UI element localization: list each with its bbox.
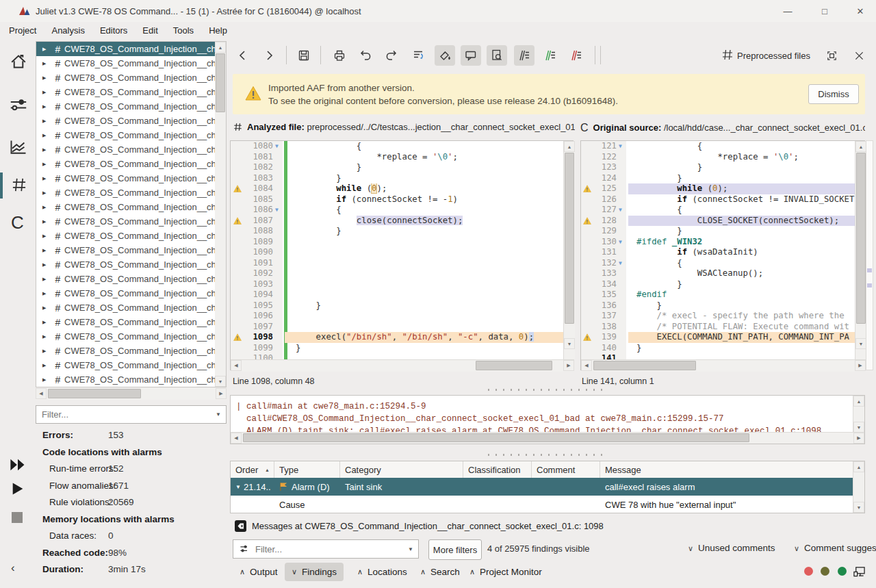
- editor-vertical-scrollbar[interactable]: ▲ ▼: [855, 141, 866, 360]
- editor-line[interactable]: 1090: [231, 247, 563, 258]
- output-horizontal-scrollbar[interactable]: ◀ ▶: [231, 432, 864, 444]
- tree-expander-icon[interactable]: ▶: [36, 75, 51, 81]
- alarm-context-output[interactable]: | call#main at cwe78_main.c:15294.5-9 ca…: [230, 395, 865, 444]
- editor-horizontal-scrollbar[interactable]: ◀ ▶: [581, 359, 866, 372]
- tree-item[interactable]: ▶#CWE78_OS_Command_Injection__ch: [36, 286, 215, 301]
- tree-expander-icon[interactable]: ▶: [36, 90, 51, 95]
- column-header-message[interactable]: Message: [600, 461, 854, 478]
- comment-suggestions-dropdown[interactable]: ∨Comment suggestions: [794, 543, 876, 553]
- findings-header[interactable]: Order▲TypeCategoryClassificationCommentM…: [231, 461, 854, 478]
- redo-button[interactable]: [381, 45, 402, 66]
- editor-line[interactable]: 1097: [231, 322, 563, 333]
- tree-item[interactable]: ▶#CWE78_OS_Command_Injection__ch: [36, 329, 215, 344]
- editor-line[interactable]: 1088 }: [231, 226, 563, 237]
- findings-table[interactable]: Order▲TypeCategoryClassificationCommentM…: [230, 461, 865, 513]
- tree-item[interactable]: ▶#CWE78_OS_Command_Injection__ch: [36, 272, 215, 286]
- tree-expander-icon[interactable]: ▶: [36, 334, 51, 340]
- reformat-button[interactable]: [409, 45, 429, 66]
- tree-expander-icon[interactable]: ▶: [36, 377, 51, 383]
- editor-line[interactable]: 1092: [231, 268, 563, 279]
- unused-comments-dropdown[interactable]: ∨Unused comments: [688, 543, 775, 553]
- menu-tools[interactable]: Tools: [166, 22, 201, 39]
- more-filters-button[interactable]: More filters: [428, 539, 482, 560]
- tree-item[interactable]: ▶#CWE78_OS_Command_Injection__ch: [36, 99, 215, 114]
- editor-line[interactable]: 1098 execl("/bin/sh", "/bin/sh", "-c", d…: [231, 332, 563, 343]
- preview-search-button[interactable]: [487, 45, 507, 66]
- tree-expander-icon[interactable]: ▶: [36, 162, 51, 167]
- analyzed-file-editor[interactable]: 1080▼ {1081 *replace = '\0';1082 }1083 }…: [230, 140, 574, 370]
- editor-horizontal-scrollbar[interactable]: ◀ ▶: [231, 359, 574, 372]
- editor-line[interactable]: 138 /* POTENTIAL FLAW: Execute command w…: [581, 322, 855, 333]
- save-button[interactable]: [294, 45, 314, 66]
- editor-line[interactable]: 135#endif: [581, 290, 855, 301]
- tree-expander-icon[interactable]: ▶: [36, 176, 51, 181]
- finding-row[interactable]: CauseCWE 78 with hue "external input": [231, 496, 854, 513]
- tree-expander-icon[interactable]: ▶: [36, 305, 51, 311]
- tree-item[interactable]: ▶#CWE78_OS_Command_Injection__ch: [36, 128, 215, 142]
- editor-line[interactable]: 1095 }: [231, 301, 563, 311]
- back-button[interactable]: [233, 45, 253, 66]
- editor-vertical-scrollbar[interactable]: ▲ ▼: [563, 141, 575, 360]
- diff-removed-button[interactable]: [566, 45, 587, 66]
- statistics-icon[interactable]: [9, 137, 28, 156]
- findings-filter-combo[interactable]: ▼: [233, 539, 419, 559]
- play-icon[interactable]: [10, 481, 25, 496]
- editor-line[interactable]: 1081 *replace = '\0';: [231, 152, 563, 163]
- editor-line[interactable]: 1087 close(connectSocket);: [231, 216, 563, 227]
- tree-item[interactable]: ▶#CWE78_OS_Command_Injection__ch: [36, 56, 215, 71]
- panel-maximize-icon[interactable]: [821, 45, 842, 66]
- editor-line[interactable]: 127▼ {: [581, 205, 855, 216]
- findings-filter-dropdown-icon[interactable]: ▼: [403, 540, 418, 558]
- tree-filter-input[interactable]: [36, 409, 211, 420]
- tree-item[interactable]: ▶#CWE78_OS_Command_Injection__ch: [36, 229, 215, 243]
- column-header-type[interactable]: Type: [274, 461, 340, 478]
- editor-line[interactable]: 124 }: [581, 173, 855, 184]
- home-icon[interactable]: [9, 52, 28, 71]
- dismiss-button[interactable]: Dismiss: [808, 84, 859, 104]
- editor-line[interactable]: 1091: [231, 258, 563, 269]
- tree-expander-icon[interactable]: ▶: [36, 61, 51, 66]
- editor-line[interactable]: 139 EXECL(COMMAND_INT_PATH, COMMAND_INT_…: [581, 332, 855, 343]
- editor-line[interactable]: 125 while (0);: [581, 183, 855, 194]
- tree-expander-icon[interactable]: ▶: [36, 233, 51, 239]
- fast-forward-icon[interactable]: [9, 457, 27, 472]
- splitter-handle[interactable]: [487, 453, 608, 457]
- comment-bubble-button[interactable]: [461, 45, 481, 66]
- tree-expander-icon[interactable]: ▶: [36, 277, 51, 282]
- editor-line[interactable]: 1089: [231, 237, 563, 248]
- editor-line[interactable]: 1084 while (0);: [231, 183, 563, 194]
- menu-edit[interactable]: Edit: [135, 22, 165, 39]
- tree-expander-icon[interactable]: ▶: [36, 262, 51, 268]
- tree-filter-combo[interactable]: ▼: [36, 405, 227, 424]
- tree-item[interactable]: ▶#CWE78_OS_Command_Injection__ch: [36, 315, 215, 329]
- tree-expander-icon[interactable]: ▶: [36, 320, 51, 325]
- tree-expander-icon[interactable]: ▶: [36, 190, 51, 196]
- tree-expander-icon[interactable]: ▶: [36, 348, 51, 354]
- tree-item[interactable]: ▶#CWE78_OS_Command_Injection__ch: [36, 42, 215, 56]
- editor-line[interactable]: 121▼ {: [581, 141, 855, 152]
- editor-line[interactable]: 126 if (connectSocket != INVALID_SOCKET): [581, 194, 855, 205]
- tree-item[interactable]: ▶#CWE78_OS_Command_Injection__ch: [36, 372, 215, 387]
- editor-line[interactable]: 136 }: [581, 301, 855, 311]
- editor-line[interactable]: 1085 if (connectSocket != -1): [231, 194, 563, 205]
- remote-monitor-icon[interactable]: [853, 565, 866, 578]
- editor-line[interactable]: 1093: [231, 279, 563, 290]
- forward-button[interactable]: [259, 45, 279, 66]
- tree-expander-icon[interactable]: ▶: [36, 291, 51, 296]
- tree-expander-icon[interactable]: ▶: [36, 133, 51, 138]
- tree-item[interactable]: ▶#CWE78_OS_Command_Injection__ch: [36, 114, 215, 128]
- editor-line[interactable]: 134 }: [581, 279, 855, 290]
- editor-line[interactable]: 1099}: [231, 343, 563, 354]
- tab-findings[interactable]: ∨Findings: [285, 563, 344, 581]
- print-button[interactable]: [329, 45, 350, 66]
- tree-item[interactable]: ▶#CWE78_OS_Command_Injection__ch: [36, 186, 215, 200]
- tree-item[interactable]: ▶#CWE78_OS_Command_Injection__ch: [36, 171, 215, 186]
- menu-project[interactable]: Project: [1, 22, 44, 39]
- tree-item[interactable]: ▶#CWE78_OS_Command_Injection__ch: [36, 157, 215, 171]
- stop-icon[interactable]: [12, 512, 23, 523]
- editor-line[interactable]: 131 if (wsaDataInit): [581, 247, 855, 258]
- editor-line[interactable]: 130▼#ifdef _WIN32: [581, 237, 855, 248]
- tree-item[interactable]: ▶#CWE78_OS_Command_Injection__ch: [36, 344, 215, 358]
- tree-expander-icon[interactable]: ▶: [36, 118, 51, 124]
- editor-line[interactable]: 1096: [231, 311, 563, 322]
